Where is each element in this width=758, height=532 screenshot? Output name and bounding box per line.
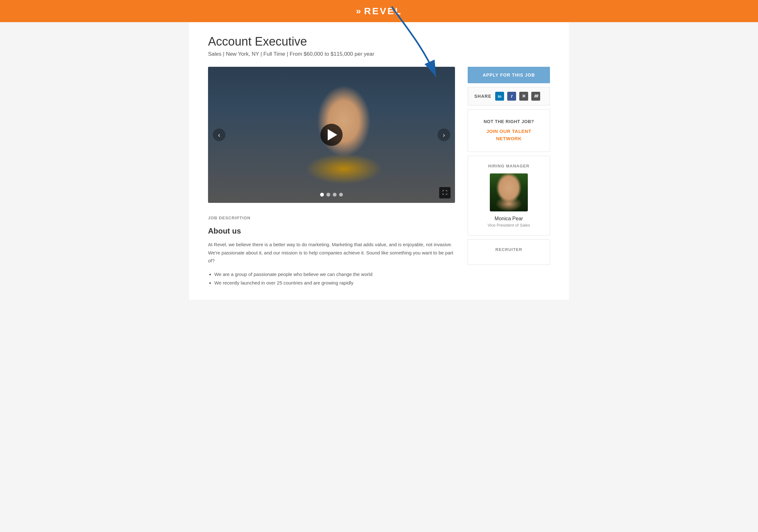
list-item: We are a group of passionate people who …	[214, 270, 455, 279]
job-description-section: JOB DESCRIPTION About us At Revel, we be…	[208, 212, 455, 287]
manager-name: Monica Pear	[474, 216, 543, 221]
share-box: SHARE in f ✕ ✉	[468, 87, 550, 105]
hiring-manager-box: HIRING MANAGER Monica Pear Vice Presiden…	[468, 156, 550, 235]
right-column: APPLY FOR THIS JOB SHARE in f ✕ ✉ NOT TH…	[468, 67, 550, 265]
job-title: Account Executive	[208, 35, 550, 49]
carousel-next-button[interactable]: ›	[437, 128, 450, 141]
list-item: We recently launched in over 25 countrie…	[214, 279, 455, 287]
hiring-manager-title: HIRING MANAGER	[474, 164, 543, 168]
carousel-dot-4[interactable]	[339, 193, 343, 197]
media-player: ‹ › ⛶	[208, 67, 455, 203]
logo-text: REVEL	[364, 6, 402, 17]
recruiter-title: RECRUITER	[474, 247, 543, 252]
main-container: Account Executive Sales | New York, NY |…	[189, 22, 569, 300]
email-share-icon[interactable]: ✉	[531, 92, 540, 101]
content-layout: ‹ › ⛶ JOB DESCRIPTION About us At Revel,…	[208, 67, 550, 287]
bullet-list: We are a group of passionate people who …	[208, 270, 455, 287]
share-icons: in f ✕ ✉	[495, 92, 540, 101]
manager-face-image	[490, 174, 528, 212]
manager-role: Vice President of Sales	[474, 223, 543, 227]
facebook-share-icon[interactable]: f	[507, 92, 516, 101]
linkedin-share-icon[interactable]: in	[495, 92, 504, 101]
about-heading: About us	[208, 227, 455, 235]
apply-button[interactable]: APPLY FOR THIS JOB	[468, 67, 550, 83]
job-meta: Sales | New York, NY | Full Time | From …	[208, 51, 550, 57]
carousel-dot-1[interactable]	[320, 193, 324, 197]
logo[interactable]: » REVEL	[356, 6, 402, 17]
not-right-job-text: NOT THE RIGHT JOB?	[474, 119, 543, 124]
media-overlay	[208, 67, 455, 203]
recruiter-box: RECRUITER	[468, 239, 550, 265]
logo-chevrons-icon: »	[356, 6, 361, 16]
carousel-prev-button[interactable]: ‹	[213, 128, 225, 141]
play-icon	[328, 129, 337, 141]
share-label: SHARE	[474, 94, 491, 99]
carousel-dot-3[interactable]	[333, 193, 336, 197]
carousel-dot-2[interactable]	[327, 193, 330, 197]
section-label: JOB DESCRIPTION	[208, 216, 455, 220]
twitter-share-icon[interactable]: ✕	[519, 92, 528, 101]
about-text: At Revel, we believe there is a better w…	[208, 241, 455, 265]
manager-avatar	[490, 174, 528, 212]
play-button[interactable]	[321, 124, 343, 146]
left-column: ‹ › ⛶ JOB DESCRIPTION About us At Revel,…	[208, 67, 455, 287]
fullscreen-button[interactable]: ⛶	[439, 187, 451, 198]
talent-network-link[interactable]: JOIN OUR TALENT NETWORK	[474, 128, 543, 142]
talent-network-box: NOT THE RIGHT JOB? JOIN OUR TALENT NETWO…	[468, 109, 550, 152]
site-header: » REVEL	[0, 0, 758, 22]
carousel-dots	[320, 193, 343, 197]
